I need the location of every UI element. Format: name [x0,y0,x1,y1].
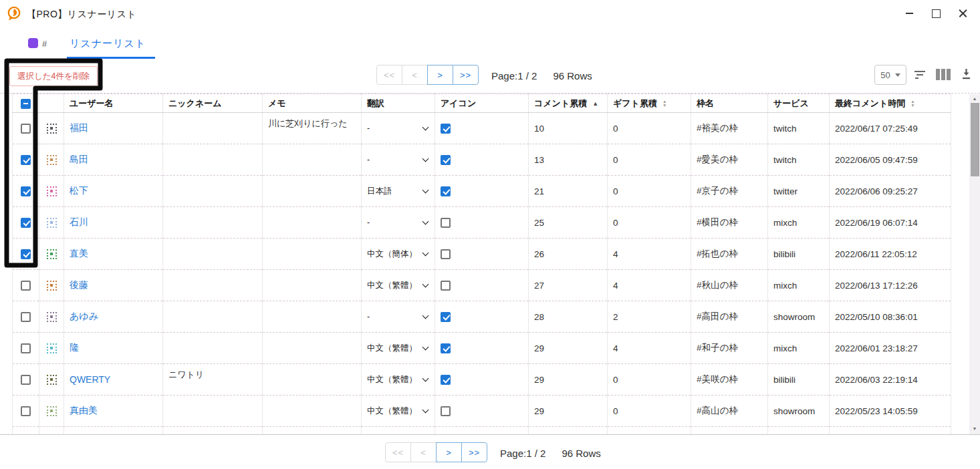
row-select-checkbox[interactable] [21,312,31,322]
chevron-down-icon [422,124,429,131]
vertical-scrollbar[interactable]: ▲ ▼ [969,94,980,434]
row-select-checkbox[interactable] [21,218,31,228]
prev-page-button[interactable]: < [402,65,428,85]
user-name-link[interactable]: あゆみ [70,311,98,321]
user-avatar [47,312,57,322]
gift-count-cell: 0 [608,144,691,176]
page-size-select[interactable]: 50 [874,65,906,85]
page-size-value: 50 [880,70,890,80]
translation-select[interactable]: 中文（繁體） [367,371,429,387]
service-cell: showroom [768,301,830,333]
prev-page-button[interactable]: < [410,442,437,462]
row-select-checkbox[interactable] [21,406,31,416]
icon-checkbox[interactable] [441,124,451,134]
columns-icon[interactable] [936,69,951,80]
gift-count-cell: 4 [608,333,691,364]
table-row: あゆみ - 28 2 #高田の枠 showroom 2022/05/10 08:… [13,301,951,333]
icon-checkbox[interactable] [441,375,451,385]
icon-checkbox[interactable] [441,406,451,416]
icon-checkbox[interactable] [441,218,451,228]
chevron-down-icon [422,344,429,351]
translation-select[interactable]: - [367,214,429,230]
maximize-button[interactable] [923,4,949,23]
user-name-link[interactable]: 松下 [70,185,88,196]
translation-select[interactable]: 中文（繁體） [367,340,429,356]
select-all-checkbox[interactable] [21,99,31,109]
first-page-button[interactable]: << [376,65,402,85]
icon-checkbox[interactable] [441,281,451,291]
user-name-link[interactable]: 真由美 [70,405,98,416]
table-row: 石川 - 25 0 #横田の枠 mixch 2022/06/19 06:07:1… [13,207,951,239]
translation-select[interactable]: 中文（繁體） [367,403,429,419]
table-row: 隆 中文（繁體） 29 4 #和子の枠 mixch 2022/06/01 23:… [13,333,951,364]
user-avatar [47,406,57,416]
translation-value: 中文（簡体） [367,249,417,260]
sort-ascending-icon: ▲ [592,100,598,107]
minimize-button[interactable] [896,4,923,23]
translation-select[interactable]: 中文（簡体） [367,246,429,262]
nickname-cell [163,207,263,239]
translation-select[interactable]: - [367,309,429,325]
last-page-button[interactable]: >> [461,442,487,462]
window-title: 【PRO】リスナーリスト [27,9,136,21]
room-name-cell: #愛美の枠 [691,144,768,176]
row-select-checkbox[interactable] [21,124,31,134]
row-select-checkbox[interactable] [21,281,31,291]
translation-select[interactable]: 日本語 [367,183,429,199]
user-name-link[interactable]: 島田 [70,154,88,164]
icon-checkbox[interactable] [441,249,451,259]
gift-count-cell: 0 [608,396,691,427]
translation-select[interactable]: - [367,120,429,136]
translation-select[interactable]: - [367,152,429,168]
user-name-link[interactable]: 直美 [70,248,88,259]
icon-checkbox[interactable] [441,343,451,353]
user-name-link[interactable]: 石川 [70,216,88,227]
gift-count-cell: 4 [608,270,691,301]
page-info-bottom: Page:1 / 2 96 Rows [500,448,601,459]
nickname-cell: ニワトリ [163,364,263,396]
memo-cell [263,207,362,239]
row-select-checkbox[interactable] [21,249,31,259]
next-page-button[interactable]: > [436,442,462,462]
hash-tab-icon[interactable] [28,38,38,48]
delete-selected-button[interactable]: 選択した4件を削除 [9,66,98,86]
icon-checkbox[interactable] [441,186,451,196]
table-row: 真由美 中文（繁體） 29 0 #高山の枠 showroom 2022/05/2… [13,396,951,427]
room-name-cell: #秋山の枠 [691,270,768,301]
row-select-checkbox[interactable] [21,343,31,353]
header-memo: メモ [263,94,362,113]
next-page-button[interactable]: > [427,65,453,85]
scroll-down-icon[interactable]: ▼ [969,426,980,432]
scroll-up-icon[interactable]: ▲ [969,96,980,102]
row-select-checkbox[interactable] [21,186,31,196]
header-last-comment-time[interactable]: 最終コメント時間▲▼ [830,94,951,113]
nickname-cell [163,301,263,333]
last-comment-time-cell: 2022/06/05 09:47:59 [830,144,951,176]
download-icon[interactable] [961,67,972,80]
user-name-link[interactable]: QWERTY [70,374,110,385]
last-page-button[interactable]: >> [453,65,479,85]
translation-value: 中文（繁體） [367,343,417,354]
user-name-link[interactable]: 福田 [70,122,88,133]
scrollbar-thumb[interactable] [971,103,979,176]
translation-value: 日本語 [367,186,392,197]
icon-checkbox[interactable] [441,312,451,322]
nickname-cell [163,270,263,301]
first-page-button[interactable]: << [385,442,411,462]
translation-select[interactable]: 中文（繁體） [367,277,429,293]
tab-listener-list[interactable]: リスナーリスト [70,37,146,50]
comment-count-cell: 29 [529,396,608,427]
header-gift-total[interactable]: ギフト累積▲▼ [608,94,691,113]
user-avatar [47,218,57,228]
row-select-checkbox[interactable] [21,155,31,165]
user-name-link[interactable]: 後藤 [70,279,88,290]
filter-icon[interactable] [914,71,926,80]
user-name-link[interactable]: 隆 [70,342,79,353]
close-button[interactable] [949,4,976,23]
header-comment-total[interactable]: コメント累積▲ [529,94,608,113]
last-comment-time-cell: 2022/06/06 09:25:27 [830,176,951,207]
row-select-checkbox[interactable] [21,375,31,385]
hash-tab-label[interactable]: # [42,39,47,49]
icon-checkbox[interactable] [441,155,451,165]
room-name-cell: #横田の枠 [691,207,768,239]
